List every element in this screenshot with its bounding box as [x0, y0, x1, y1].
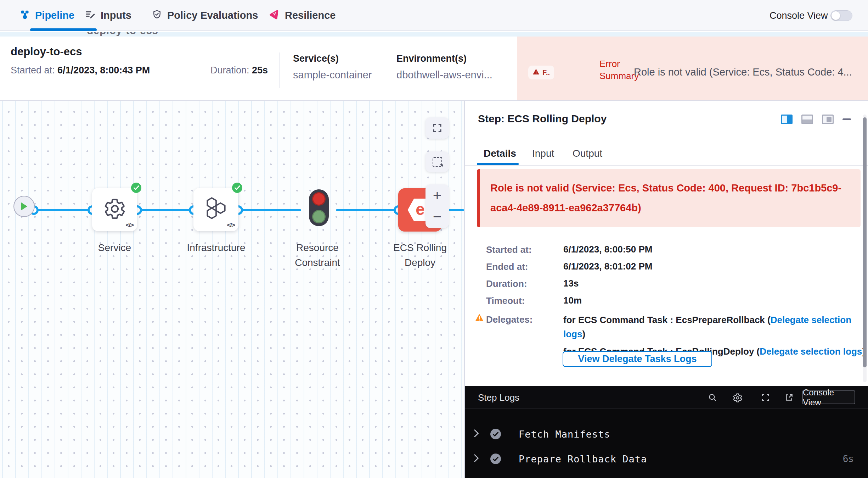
pipeline-start-node[interactable]: [13, 196, 35, 217]
step-logs-panel: Step Logs Console View Fetch: [465, 386, 868, 478]
field-label: Duration:: [486, 278, 527, 289]
step-logs-title: Step Logs: [478, 392, 519, 403]
svg-text:e: e: [416, 200, 424, 218]
pipeline-execution-page: Pipeline Inputs Policy Evaluations: [0, 0, 868, 478]
gear-icon[interactable]: [733, 393, 743, 404]
tab-resilience[interactable]: Resilience: [269, 0, 336, 30]
chevron-right-icon[interactable]: [473, 429, 480, 439]
warning-triangle-icon: [475, 313, 484, 323]
pipeline-name: deploy-to-ecs: [11, 45, 82, 58]
log-section-duration: 6s: [843, 454, 854, 464]
zoom-out-button[interactable]: −: [433, 209, 442, 224]
hexagons-icon: [204, 197, 228, 221]
pipeline-canvas[interactable]: </> Service </> Infrastructure Resource …: [0, 101, 464, 478]
active-details-underline: [477, 163, 519, 165]
edge-start-service: [34, 209, 93, 211]
failed-badge-text: F..: [542, 68, 550, 77]
console-view-label: Console View: [770, 10, 828, 21]
node-service-label: Service: [89, 240, 141, 255]
step-details-panel: Step: ECS Rolling Deploy Details Input O…: [465, 101, 868, 386]
tab-policy-evaluations-label: Policy Evaluations: [167, 10, 258, 21]
tab-policy-evaluations[interactable]: Policy Evaluations: [152, 0, 258, 30]
fullscreen-icon[interactable]: [761, 393, 770, 404]
resilience-icon: [269, 9, 280, 22]
layout-right-panel-icon[interactable]: [781, 115, 793, 124]
logs-console-view-button[interactable]: Console View: [802, 390, 855, 404]
tab-details[interactable]: Details: [484, 148, 516, 159]
tabs-border: [465, 165, 868, 166]
environments-value[interactable]: dbothwell-aws-envi...: [396, 69, 492, 81]
delegate-item: for ECS Command Task : EcsPrepareRollbac…: [563, 313, 867, 341]
success-check-badge: [131, 183, 141, 193]
toggle-knob: [832, 11, 840, 20]
canvas-select-button[interactable]: [425, 151, 449, 172]
step-logs-header: Step Logs Console View: [465, 386, 868, 408]
zoom-in-button[interactable]: +: [433, 188, 442, 203]
tab-input[interactable]: Input: [532, 148, 554, 159]
step-error-message: Role is not valid (Service: Ecs, Status …: [477, 169, 861, 227]
success-check-badge: [232, 183, 242, 193]
failed-status-badge: F..: [528, 66, 554, 79]
node-resource-constraint-label: Resource Constraint: [287, 240, 348, 270]
field-label: Ended at:: [486, 261, 528, 272]
shield-check-icon: [152, 9, 162, 21]
edge-resource-ecs: [336, 209, 399, 211]
started-at: Started at: 6/1/2023, 8:00:43 PM: [11, 65, 150, 76]
tab-resilience-label: Resilience: [285, 10, 336, 21]
search-icon[interactable]: [708, 393, 717, 404]
node-ecs-label: ECS Rolling Deploy: [389, 240, 451, 270]
canvas-zoom-panel: + −: [425, 184, 449, 228]
node-infrastructure[interactable]: </>: [193, 188, 238, 231]
scrollbar-thumb[interactable]: [863, 117, 867, 367]
node-service[interactable]: </>: [92, 188, 137, 231]
scroll-gap-strip: deploy-to-ecs: [0, 32, 868, 37]
execution-header: deploy-to-ecs Started at: 6/1/2023, 8:00…: [0, 37, 868, 101]
tab-inputs-label: Inputs: [101, 10, 131, 21]
services-value[interactable]: sample-container: [293, 69, 372, 81]
node-infrastructure-label: Infrastructure: [179, 240, 253, 255]
log-section-name: Fetch Manifests: [519, 429, 610, 440]
log-section-row[interactable]: Prepare Rollback Data 6s: [465, 451, 868, 467]
open-in-new-window-icon[interactable]: [784, 393, 794, 404]
field-label: Started at:: [486, 244, 532, 255]
log-section-name: Prepare Rollback Data: [519, 454, 647, 465]
services-label: Service(s): [293, 53, 339, 64]
log-section-row[interactable]: Fetch Manifests: [465, 426, 868, 442]
delegates-label: Delegates:: [486, 314, 533, 325]
gear-icon: [103, 198, 126, 220]
node-resource-constraint[interactable]: [309, 189, 329, 226]
log-success-check-icon: [490, 454, 501, 464]
error-summary-label: Error Summary: [599, 58, 639, 82]
pipeline-icon: [19, 9, 30, 21]
step-title: Step: ECS Rolling Deploy: [478, 113, 607, 125]
canvas-fullscreen-button[interactable]: [425, 117, 449, 139]
layout-overlay-panel-icon[interactable]: [822, 115, 834, 124]
edge-service-infrastructure: [137, 209, 194, 211]
play-icon: [20, 202, 28, 211]
tab-inputs[interactable]: Inputs: [85, 0, 131, 30]
environments-label: Environment(s): [396, 53, 467, 64]
field-value: 6/1/2023, 8:00:50 PM: [563, 244, 653, 255]
chevron-right-icon[interactable]: [473, 454, 480, 464]
marquee-select-icon: [433, 157, 442, 167]
console-view-toggle[interactable]: [830, 10, 852, 21]
layout-bottom-panel-icon[interactable]: [801, 115, 813, 124]
tab-pipeline[interactable]: Pipeline: [19, 0, 74, 30]
code-glyph: </>: [126, 221, 133, 229]
duration: Duration: 25s: [210, 65, 268, 76]
tab-output[interactable]: Output: [573, 148, 602, 159]
code-glyph: </>: [227, 221, 235, 229]
log-success-check-icon: [490, 429, 501, 439]
field-label: Timeout:: [486, 295, 525, 306]
edge-infrastructure-resource: [238, 209, 301, 211]
top-nav: Pipeline Inputs Policy Evaluations: [0, 0, 868, 31]
view-delegate-tasks-logs-button[interactable]: View Delegate Tasks Logs: [563, 351, 712, 367]
panel-scrollbar: [863, 115, 867, 382]
error-triangle-icon: [532, 68, 540, 77]
delegate-selection-logs-link[interactable]: Delegate selection logs: [760, 346, 862, 357]
traffic-light-green: [312, 210, 326, 223]
scrolled-heading: deploy-to-ecs: [87, 32, 158, 37]
field-value: 13s: [563, 278, 579, 289]
minimize-panel-button[interactable]: [842, 118, 851, 120]
fullscreen-icon: [432, 123, 443, 133]
